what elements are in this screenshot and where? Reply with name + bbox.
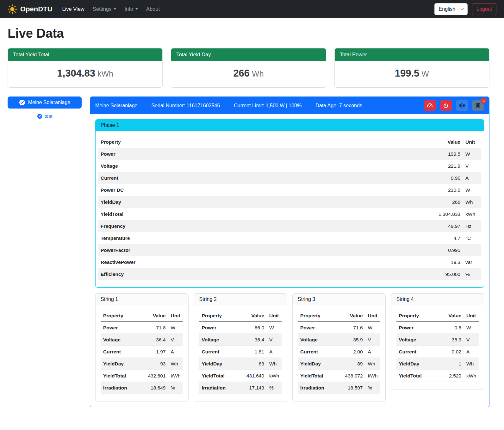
table-row: YieldDay93Wh [101,358,183,370]
column-header-value: Value [145,310,168,322]
table-row: YieldTotal432.601kWh [101,370,183,382]
table-row: Irradiation18.597% [298,382,380,394]
table-row: Power199.5W [98,148,481,160]
table-row: Voltage35.9V [298,334,380,346]
inverter-select-label: Meine Solaranlage [28,100,70,105]
limit-button[interactable] [424,100,436,111]
strings-row: String 1 Property Value Unit [95,293,484,402]
inverter-actions: 2 [424,100,484,111]
column-header-unit: Unit [463,136,481,148]
nav-about[interactable]: About [142,3,164,15]
nav-settings[interactable]: Settings [89,3,121,15]
nav-info-label: Info [124,6,133,12]
table-row: Efficiency95.000% [98,268,481,280]
journal-icon [475,103,481,109]
nav-right: English Logout [434,3,496,15]
power-button[interactable] [440,100,452,111]
column-header-value: Value [440,310,464,322]
table-row: Irradiation17.143% [199,382,282,394]
string-title: String 3 [293,294,385,305]
card-unit: Wh [252,69,264,78]
inverter-panel: Meine Solaranlage Serial Number: 1161716… [90,97,489,407]
column-header-property: Property [396,310,441,322]
summary-cards: Total Yield Total 1,304.83kWh Total Yiel… [8,48,489,88]
logout-button[interactable]: Logout [472,3,496,15]
power-icon [443,103,449,109]
string-table-4: Property Value Unit Power0.6WVoltage35.9… [396,310,479,382]
column-header-unit: Unit [168,310,183,322]
nav-settings-label: Settings [93,6,112,12]
chevron-down-icon [461,7,464,10]
string-card-2: String 2 Property Value Unit [194,293,287,402]
language-select[interactable]: English [434,3,468,15]
table-row: Power71.6W [298,322,380,334]
event-count-badge: 2 [481,98,487,104]
string-title: String 4 [391,294,484,305]
table-row: Frequency49.97Hz [98,220,481,232]
table-row: YieldTotal1,304.833kWh [98,208,481,220]
string-title: String 1 [96,294,188,305]
cpu-icon [459,103,465,109]
card-value: 266 [233,68,250,79]
card-unit: W [421,69,429,78]
string-table-3: Property Value Unit Power71.6WVoltage35.… [298,310,380,394]
phase-table: Property Value Unit Power199.5WVoltage22… [98,136,481,280]
inverter-sidebar: Meine Solaranlage test [8,97,82,119]
table-row: Voltage35.9V [396,334,479,346]
language-value: English [439,6,455,12]
nav-info[interactable]: Info [120,3,142,15]
column-header-value: Value [393,136,463,148]
top-navbar: OpenDTU Live View Settings Info About En… [0,0,504,18]
card-value: 1,304.83 [57,68,95,79]
page-content: Live Data Total Yield Total 1,304.83kWh … [0,18,504,415]
table-row: ReactivePower19.3var [98,256,481,268]
inverter-current-limit: Current Limit: 1,500 W | 100% [234,103,302,109]
column-header-unit: Unit [464,310,479,322]
card-total-yield-day: Total Yield Day 266Wh [171,48,326,88]
inverter-select-button[interactable]: Meine Solaranlage [8,97,82,109]
table-row: Irradiation18.649% [101,382,183,394]
column-header-property: Property [101,310,145,322]
table-row: YieldDay1Wh [396,358,479,370]
inverter-test-link[interactable]: test [8,113,82,119]
card-total-yield-total: Total Yield Total 1,304.83kWh [8,48,163,88]
table-row: Current0.02A [396,346,479,358]
table-row: Current0.90A [98,172,481,184]
table-row: Power DC210.0W [98,184,481,196]
string-card-1: String 1 Property Value Unit [95,293,189,402]
chevron-down-icon [135,8,138,10]
column-header-property: Property [98,136,393,148]
string-card-3: String 3 Property Value Unit [292,293,386,402]
brand[interactable]: OpenDTU [8,4,52,14]
inverter-data-age: Data Age: 7 seconds [315,103,362,109]
column-header-property: Property [199,310,244,322]
event-log-button[interactable]: 2 [472,100,484,111]
table-row: YieldTotal2.520kWh [396,370,479,382]
column-header-property: Property [298,310,342,322]
string-table-1: Property Value Unit Power71.8WVoltage36.… [101,310,183,394]
brand-label: OpenDTU [20,5,52,13]
table-row: YieldDay89Wh [298,358,380,370]
table-row: Voltage36.4V [199,334,282,346]
string-table-2: Property Value Unit Power66.0WVoltage36.… [199,310,282,394]
column-header-value: Value [342,310,365,322]
table-row: YieldDay266Wh [98,196,481,208]
phase-title: Phase 1 [96,120,484,131]
nav-links: Live View Settings Info About [58,3,164,15]
nav-live-view[interactable]: Live View [58,3,88,15]
table-row: Temperature4.7°C [98,232,481,244]
chevron-down-icon [114,8,116,10]
column-header-unit: Unit [267,310,282,322]
column-header-value: Value [243,310,267,322]
card-unit: kWh [97,69,113,78]
table-row: YieldTotal431.640kWh [199,370,282,382]
x-circle-icon [37,114,42,119]
inverter-info-button[interactable] [456,100,468,111]
inverter-panel-header: Meine Solaranlage Serial Number: 1161716… [90,97,489,114]
table-row: Power0.6W [396,322,479,334]
table-row: Current1.81A [199,346,282,358]
table-row: Current2.00A [298,346,380,358]
table-row: YieldDay83Wh [199,358,282,370]
card-title: Total Yield Day [171,48,326,61]
inverter-serial: Serial Number: 116171603546 [151,103,220,109]
